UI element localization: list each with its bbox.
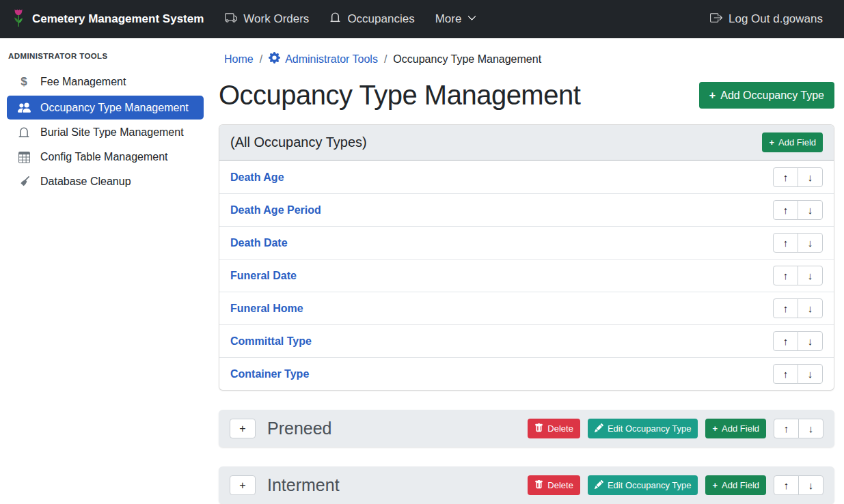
top-navbar: Cemetery Management System Work Orders O… — [0, 0, 844, 38]
field-row: Funeral Home ↑ ↓ — [219, 292, 834, 324]
nav-item-label: Occupancies — [347, 12, 414, 26]
sidebar-item-config-table-management[interactable]: Config Table Management — [7, 145, 204, 169]
move-down-button[interactable]: ↓ — [798, 475, 823, 495]
reorder-group: ↑ ↓ — [774, 419, 823, 438]
flower-logo-icon — [11, 8, 26, 31]
move-up-button[interactable]: ↑ — [774, 475, 799, 495]
sidebar-item-occupancy-type-management[interactable]: Occupancy Type Management — [7, 96, 204, 120]
section-actions: Delete Edit Occupancy Type + Add Field ↑… — [528, 475, 823, 495]
move-up-button[interactable]: ↑ — [773, 364, 798, 384]
reorder-group: ↑ ↓ — [774, 475, 823, 495]
sidebar-item-fee-management[interactable]: $ Fee Management — [7, 70, 204, 94]
move-down-button[interactable]: ↓ — [798, 233, 823, 253]
sidebar-item-label: Occupancy Type Management — [40, 102, 189, 114]
reorder-group: ↑ ↓ — [773, 364, 823, 384]
add-field-button[interactable]: + Add Field — [705, 419, 766, 438]
field-link-funeral-home[interactable]: Funeral Home — [230, 303, 303, 315]
reorder-group: ↑ ↓ — [773, 233, 823, 253]
move-down-button[interactable]: ↓ — [798, 266, 823, 285]
sidebar-heading: ADMINISTRATOR TOOLS — [0, 45, 210, 68]
occupancy-type-section-preneed: + Preneed Delete Edit Occupancy Type + A… — [219, 410, 834, 447]
move-down-button[interactable]: ↓ — [798, 167, 823, 187]
nav-item-label: More — [435, 12, 462, 26]
field-row: Death Age Period ↑ ↓ — [219, 193, 834, 226]
sidebar-item-label: Burial Site Type Management — [40, 126, 184, 139]
logout-button[interactable]: Log Out d.gowans — [700, 6, 833, 33]
logout-icon — [710, 12, 722, 27]
reorder-group: ↑ ↓ — [773, 331, 823, 351]
plus-icon: + — [712, 480, 718, 490]
breadcrumb: Home / Administrator Tools / Occupancy T… — [224, 52, 834, 66]
field-link-death-date[interactable]: Death Date — [230, 237, 288, 249]
card-title: (All Occupancy Types) — [230, 135, 367, 150]
card-header: (All Occupancy Types) + Add Field — [219, 125, 834, 160]
app-title: Cemetery Management System — [32, 12, 204, 26]
add-field-button[interactable]: + Add Field — [705, 475, 766, 495]
nav-item-label: Work Orders — [243, 12, 309, 26]
nav-item-more[interactable]: More — [425, 7, 487, 31]
reorder-group: ↑ ↓ — [773, 200, 823, 220]
field-link-funeral-date[interactable]: Funeral Date — [230, 270, 297, 282]
admin-sidebar: ADMINISTRATOR TOOLS $ Fee Management Occ… — [0, 38, 210, 504]
nav-item-occupancies[interactable]: Occupancies — [319, 6, 424, 32]
breadcrumb-home-link[interactable]: Home — [224, 53, 254, 66]
move-up-button[interactable]: ↑ — [773, 266, 798, 285]
move-up-button[interactable]: ↑ — [773, 167, 798, 187]
dollar-icon: $ — [16, 75, 31, 89]
edit-occupancy-type-button[interactable]: Edit Occupancy Type — [588, 475, 698, 495]
move-down-button[interactable]: ↓ — [798, 419, 823, 438]
move-down-button[interactable]: ↓ — [798, 364, 823, 384]
plus-icon: + — [712, 423, 718, 434]
move-down-button[interactable]: ↓ — [798, 331, 823, 351]
breadcrumb-separator: / — [384, 53, 387, 66]
reorder-group: ↑ ↓ — [773, 266, 823, 285]
breadcrumb-current: Occupancy Type Management — [393, 53, 541, 66]
expand-button[interactable]: + — [230, 475, 256, 495]
section-title: Interment — [267, 475, 340, 495]
trash-icon — [534, 423, 543, 434]
sidebar-item-burial-site-type-management[interactable]: Burial Site Type Management — [7, 121, 204, 144]
section-actions: Delete Edit Occupancy Type + Add Field ↑… — [528, 419, 823, 438]
app-brand[interactable]: Cemetery Management System — [11, 8, 204, 31]
field-link-container-type[interactable]: Container Type — [230, 368, 309, 380]
trash-icon — [534, 480, 543, 491]
field-row: Container Type ↑ ↓ — [219, 357, 834, 390]
add-occupancy-type-button[interactable]: + Add Occupancy Type — [699, 82, 834, 109]
plus-icon: + — [709, 89, 716, 102]
delete-button[interactable]: Delete — [528, 419, 580, 438]
sidebar-item-database-cleanup[interactable]: Database Cleanup — [7, 170, 204, 193]
add-field-button[interactable]: + Add Field — [762, 132, 823, 152]
expand-button[interactable]: + — [230, 419, 256, 438]
move-up-button[interactable]: ↑ — [773, 331, 798, 351]
truck-icon — [225, 12, 237, 27]
delete-button[interactable]: Delete — [528, 475, 580, 495]
field-row: Funeral Date ↑ ↓ — [219, 259, 834, 292]
field-row: Death Age ↑ ↓ — [219, 160, 834, 193]
move-up-button[interactable]: ↑ — [773, 200, 798, 220]
headstone-icon — [16, 126, 31, 139]
field-link-death-age[interactable]: Death Age — [230, 171, 284, 184]
main-nav: Work Orders Occupancies More — [215, 6, 487, 33]
sidebar-item-label: Database Cleanup — [40, 176, 131, 188]
move-down-button[interactable]: ↓ — [798, 200, 823, 220]
chevron-down-icon — [467, 12, 476, 26]
move-up-button[interactable]: ↑ — [774, 419, 799, 438]
move-up-button[interactable]: ↑ — [773, 233, 798, 253]
reorder-group: ↑ ↓ — [773, 167, 823, 187]
reorder-group: ↑ ↓ — [773, 298, 823, 318]
pencil-icon — [595, 480, 603, 491]
gear-icon — [269, 52, 280, 66]
page-title: Occupancy Type Management — [219, 80, 580, 111]
breadcrumb-admin-tools-link[interactable]: Administrator Tools — [269, 52, 378, 66]
field-link-death-age-period[interactable]: Death Age Period — [230, 204, 321, 216]
nav-item-work-orders[interactable]: Work Orders — [215, 6, 319, 33]
table-icon — [16, 152, 31, 163]
logout-label: Log Out d.gowans — [729, 12, 823, 26]
edit-occupancy-type-button[interactable]: Edit Occupancy Type — [588, 419, 698, 438]
move-down-button[interactable]: ↓ — [798, 298, 823, 318]
users-icon — [16, 101, 31, 114]
move-up-button[interactable]: ↑ — [773, 298, 798, 318]
plus-icon: + — [769, 137, 774, 148]
pencil-icon — [595, 423, 603, 434]
field-link-committal-type[interactable]: Committal Type — [230, 335, 312, 348]
